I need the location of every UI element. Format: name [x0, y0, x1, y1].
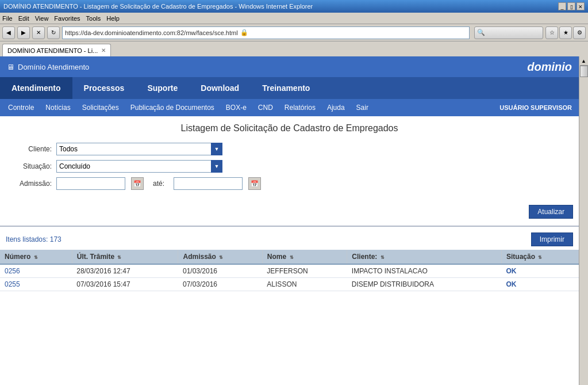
nav-atendimento[interactable]: Atendimento: [0, 77, 72, 99]
admission-from-input[interactable]: [56, 177, 125, 190]
close-button[interactable]: ✕: [577, 2, 585, 10]
client-select-wrapper: Todos: [56, 143, 222, 155]
page-title: Listagem de Solicitação de Cadastro de E…: [0, 116, 579, 143]
situation-label: Situação:: [6, 162, 52, 170]
browser-tabs: DOMÍNIO ATENDIMENTO - Li... ✕: [0, 41, 588, 56]
sort-arrows-tramite[interactable]: ⇅: [117, 255, 121, 260]
active-tab[interactable]: DOMÍNIO ATENDIMENTO - Li... ✕: [2, 44, 111, 56]
menu-edit[interactable]: Edit: [18, 15, 29, 22]
browser-toolbar: ◀ ▶ ✕ ↻ https://da-dev.dominioatendiment…: [0, 24, 588, 41]
refresh-button[interactable]: ↻: [47, 26, 60, 39]
sort-arrows-cliente[interactable]: ⇅: [381, 255, 385, 260]
cell-admissao-1: 07/03/2016: [178, 278, 262, 291]
cell-cliente-1: DISEMP DISTRIBUIDORA: [347, 278, 502, 291]
scroll-up-button[interactable]: ▲: [580, 56, 588, 66]
col-cliente: Cliente: ⇅: [347, 250, 502, 264]
subnav-solicitacoes[interactable]: Solicitações: [76, 99, 125, 116]
tab-label: DOMÍNIO ATENDIMENTO - Li...: [7, 47, 98, 54]
subnav-sair[interactable]: Sair: [351, 99, 374, 116]
sort-arrows-numero[interactable]: ⇅: [34, 255, 38, 260]
sort-arrows-nome[interactable]: ⇅: [290, 255, 294, 260]
address-text: https://da-dev.dominioatendimento.com:82…: [65, 29, 238, 36]
cell-nome-0: JEFFERSON: [262, 264, 347, 278]
cell-tramite-0: 28/03/2016 12:47: [72, 264, 178, 278]
table-row: 0256 28/03/2016 12:47 01/03/2016 JEFFERS…: [0, 264, 579, 278]
cell-situacao-0: OK: [501, 264, 578, 278]
restore-button[interactable]: ▯: [567, 2, 575, 10]
menu-tools[interactable]: Tools: [86, 15, 101, 22]
cell-tramite-1: 07/03/2016 15:47: [72, 278, 178, 291]
table-row: 0255 07/03/2016 15:47 07/03/2016 ALISSON…: [0, 278, 579, 291]
admission-to-input[interactable]: [174, 177, 243, 190]
col-numero: Número ⇅: [0, 250, 72, 264]
tools-icon[interactable]: ⚙: [573, 26, 586, 39]
numero-link-0[interactable]: 0256: [5, 267, 20, 275]
back-button[interactable]: ◀: [2, 26, 15, 39]
status-badge-1: OK: [506, 280, 516, 288]
situation-select-wrapper: Concluído: [56, 160, 222, 173]
client-filter-row: Cliente: Todos: [6, 143, 573, 155]
nav-suporte[interactable]: Suporte: [136, 77, 189, 99]
favorites-icon[interactable]: ☆: [545, 26, 558, 39]
page-content: 🖥 Domínio Atendimento dominio Atendiment…: [0, 56, 588, 385]
client-select[interactable]: Todos: [56, 143, 212, 155]
app-header: 🖥 Domínio Atendimento dominio: [0, 56, 579, 77]
table-header-row: Número ⇅ Últ. Trâmite ⇅ Admissão ⇅ Nome …: [0, 250, 579, 264]
situation-select[interactable]: Concluído: [56, 160, 212, 173]
numero-link-1[interactable]: 0255: [5, 280, 20, 288]
browser-title: DOMÍNIO ATENDIMENTO - Listagem de Solici…: [3, 3, 313, 10]
client-select-arrow[interactable]: [211, 143, 222, 155]
calendar-to-button[interactable]: 📅: [248, 177, 261, 190]
subnav-cnd[interactable]: CND: [252, 99, 279, 116]
print-button[interactable]: Imprimir: [531, 232, 573, 246]
ate-label: até:: [153, 180, 164, 188]
cell-cliente-0: IMPACTO INSTALACAO: [347, 264, 502, 278]
nav-treinamento[interactable]: Treinamento: [251, 77, 321, 99]
subnav-boxe[interactable]: BOX-e: [220, 99, 252, 116]
col-situacao: Situação ⇅: [501, 250, 578, 264]
add-favorites-icon[interactable]: ★: [559, 26, 572, 39]
subnav-ajuda[interactable]: Ajuda: [321, 99, 351, 116]
subnav-relatorios[interactable]: Relatórios: [279, 99, 321, 116]
cell-numero-1[interactable]: 0255: [0, 278, 72, 291]
update-button[interactable]: Atualizar: [529, 205, 573, 219]
nav-download[interactable]: Download: [189, 77, 251, 99]
sort-arrows-situacao[interactable]: ⇅: [538, 255, 542, 260]
minimize-button[interactable]: _: [558, 2, 566, 10]
calendar-from-button[interactable]: 📅: [131, 177, 144, 190]
subnav-publicacao[interactable]: Publicação de Documentos: [125, 99, 220, 116]
monitor-icon: 🖥: [7, 63, 14, 71]
sub-nav: Controle Notícias Solicitações Publicaçã…: [0, 99, 579, 116]
subnav-controle[interactable]: Controle: [2, 99, 40, 116]
col-ult-tramite: Últ. Trâmite ⇅: [72, 250, 178, 264]
main-area: 🖥 Domínio Atendimento dominio Atendiment…: [0, 56, 579, 385]
col-nome: Nome ⇅: [262, 250, 347, 264]
client-label: Cliente:: [6, 145, 52, 153]
search-icon[interactable]: 🔍: [474, 26, 543, 39]
admission-filter-row: Admissão: 📅 até: 📅: [6, 177, 573, 190]
main-nav: Atendimento Processos Suporte Download T…: [0, 77, 579, 99]
list-header-row: Itens listados: 173 Imprimir: [0, 229, 579, 250]
action-row: Atualizar: [0, 200, 579, 223]
situation-select-arrow[interactable]: [211, 160, 222, 173]
subnav-noticias[interactable]: Notícias: [40, 99, 76, 116]
scrollbar-right[interactable]: ▲: [579, 56, 588, 385]
menu-file[interactable]: File: [2, 15, 13, 22]
menu-help[interactable]: Help: [106, 15, 120, 22]
status-badge-0: OK: [506, 267, 516, 275]
app-title: Domínio Atendimento: [18, 63, 89, 71]
window-controls[interactable]: _ ▯ ✕: [558, 2, 585, 10]
menu-favorites[interactable]: Favorites: [54, 15, 80, 22]
forward-button[interactable]: ▶: [17, 26, 30, 39]
scrollbar-thumb[interactable]: [580, 66, 588, 77]
cell-situacao-1: OK: [501, 278, 578, 291]
sort-arrows-admissao[interactable]: ⇅: [219, 255, 223, 260]
cell-numero-0[interactable]: 0256: [0, 264, 72, 278]
stop-button[interactable]: ✕: [32, 26, 45, 39]
address-bar[interactable]: https://da-dev.dominioatendimento.com:82…: [62, 26, 470, 39]
nav-processos[interactable]: Processos: [72, 77, 136, 99]
app-header-title: 🖥 Domínio Atendimento: [7, 63, 89, 71]
tab-close-button[interactable]: ✕: [101, 47, 106, 54]
menu-view[interactable]: View: [35, 15, 49, 22]
col-admissao: Admissão ⇅: [178, 250, 262, 264]
